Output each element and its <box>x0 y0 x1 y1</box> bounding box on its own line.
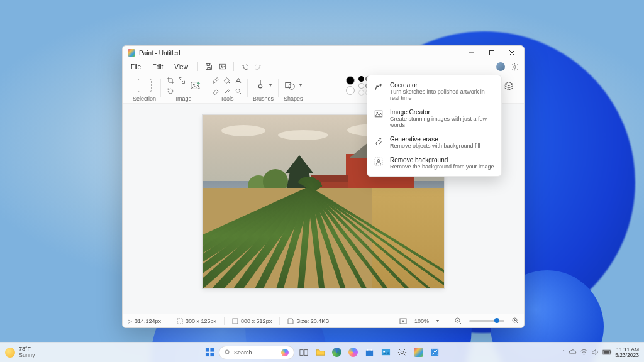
eyedropper-icon[interactable] <box>223 87 231 96</box>
group-image: Image <box>161 76 206 102</box>
select-tool-icon[interactable] <box>138 79 152 92</box>
tb-paint-icon[interactable] <box>411 346 425 359</box>
taskbar-search[interactable]: Search <box>219 346 294 359</box>
group-label-image: Image <box>176 96 192 102</box>
resize-icon[interactable] <box>177 76 186 85</box>
text-icon[interactable] <box>234 76 243 85</box>
svg-point-28 <box>377 160 380 162</box>
brush-icon[interactable] <box>255 79 265 92</box>
svg-point-10 <box>236 89 240 92</box>
settings-gear-icon[interactable] <box>509 61 520 72</box>
redo-button[interactable] <box>253 61 264 72</box>
tb-edge-icon[interactable] <box>330 346 343 359</box>
menubar: File Edit View <box>123 60 524 74</box>
maximize-button[interactable] <box>482 47 501 59</box>
menu-edit[interactable]: Edit <box>148 62 167 72</box>
tray-date: 5/23/2023 <box>615 353 639 358</box>
svg-point-6 <box>513 65 516 68</box>
tray-wifi-icon[interactable] <box>580 348 588 356</box>
chevron-down-icon[interactable]: ▾ <box>269 82 272 88</box>
tray-volume-icon[interactable] <box>591 348 599 356</box>
task-view-icon[interactable] <box>297 346 311 359</box>
svg-line-34 <box>229 353 231 355</box>
chevron-down-icon[interactable]: ▾ <box>299 82 302 88</box>
svg-point-17 <box>402 320 404 322</box>
svg-point-39 <box>401 351 404 354</box>
window-title: Paint - Untitled <box>139 50 180 57</box>
pencil-icon[interactable] <box>211 76 220 85</box>
fill-icon[interactable] <box>223 76 231 85</box>
copilot-dropdown: CocreatorTurn sketches into polished art… <box>367 75 502 177</box>
svg-rect-31 <box>205 353 209 356</box>
menu-file[interactable]: File <box>126 62 145 72</box>
svg-rect-43 <box>604 351 609 354</box>
zoom-slider[interactable] <box>469 320 504 322</box>
crop-icon[interactable] <box>166 76 175 85</box>
image-creator-icon <box>374 109 384 119</box>
minimize-button[interactable] <box>462 47 481 59</box>
remove-background-icon <box>374 156 384 167</box>
zoom-in-icon[interactable] <box>512 317 519 324</box>
tray-chevron-up-icon[interactable]: ˄ <box>562 349 565 356</box>
status-selection: 300 x 125px <box>186 318 216 324</box>
color-swatch[interactable] <box>358 76 364 82</box>
color-swatch[interactable] <box>358 83 364 89</box>
tb-explorer-icon[interactable] <box>313 346 327 359</box>
svg-line-11 <box>240 92 242 94</box>
zoom-out-icon[interactable] <box>455 317 462 324</box>
chevron-down-icon[interactable]: ▾ <box>436 318 439 324</box>
magnifier-icon[interactable] <box>234 87 243 96</box>
play-icon: ▷ <box>128 318 132 324</box>
svg-line-19 <box>459 322 461 324</box>
menu-view[interactable]: View <box>170 62 192 72</box>
group-label-tools: Tools <box>221 96 234 102</box>
dd-image-creator[interactable]: Image CreatorCreate stunning images with… <box>367 105 501 132</box>
eraser-icon[interactable] <box>211 87 220 96</box>
weather-widget[interactable]: 78°F Sunny <box>5 346 35 358</box>
titlebar[interactable]: Paint - Untitled <box>123 46 524 60</box>
rotate-icon[interactable] <box>166 87 175 96</box>
shapes-icon[interactable] <box>284 80 296 91</box>
svg-rect-29 <box>205 348 209 352</box>
spacer-icon <box>177 87 186 96</box>
dd-generative-erase[interactable]: Generative eraseRemove objects with back… <box>367 132 501 153</box>
save-button[interactable] <box>203 61 214 72</box>
undo-button[interactable] <box>239 61 250 72</box>
group-label-shapes: Shapes <box>284 96 303 102</box>
svg-rect-30 <box>210 348 214 352</box>
svg-rect-36 <box>304 349 308 355</box>
svg-rect-42 <box>610 351 611 353</box>
tb-photos-icon[interactable] <box>379 346 392 359</box>
desktop: Paint - Untitled File Edit View <box>0 0 644 362</box>
svg-line-22 <box>516 322 518 324</box>
tray-onedrive-icon[interactable] <box>569 348 577 356</box>
fit-screen-icon[interactable] <box>399 317 407 325</box>
import-button[interactable] <box>217 61 228 72</box>
sun-icon <box>5 348 15 358</box>
ai-image-icon[interactable] <box>190 80 201 91</box>
tb-snip-icon[interactable] <box>428 346 441 359</box>
close-button[interactable] <box>502 47 521 59</box>
group-shapes: ▾ Shapes <box>279 76 308 102</box>
layers-icon[interactable] <box>504 80 514 90</box>
start-button[interactable] <box>203 346 216 359</box>
group-selection: Selection <box>128 76 161 102</box>
dd-remove-background[interactable]: Remove backgroundRemove the background f… <box>367 153 501 173</box>
primary-color-swatch[interactable] <box>346 76 355 85</box>
tb-store-icon[interactable] <box>362 346 376 359</box>
dd-cocreator[interactable]: CocreatorTurn sketches into polished art… <box>367 78 501 105</box>
group-tools: Tools <box>206 76 248 102</box>
svg-rect-14 <box>177 319 182 324</box>
tb-settings-icon[interactable] <box>395 346 409 359</box>
tray-clock[interactable]: 11:11 AM 5/23/2023 <box>615 347 639 358</box>
copilot-search-icon <box>281 349 289 356</box>
tb-copilot-icon[interactable] <box>346 346 360 359</box>
tray-battery-icon[interactable] <box>602 349 612 356</box>
color-swatch-empty[interactable] <box>358 90 364 96</box>
secondary-color-swatch[interactable] <box>346 86 355 95</box>
status-zoom: 100% <box>414 318 429 324</box>
weather-desc: Sunny <box>19 353 35 358</box>
svg-rect-35 <box>300 349 303 355</box>
account-icon[interactable] <box>495 61 506 72</box>
cocreator-icon <box>374 82 384 92</box>
